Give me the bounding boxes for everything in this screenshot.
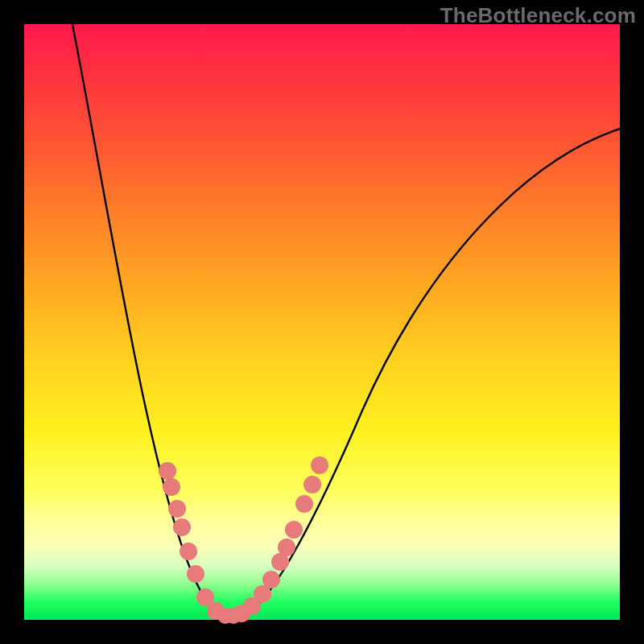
data-point-dot	[311, 456, 328, 474]
bottleneck-curve-svg	[24, 24, 620, 620]
data-point-dot	[303, 476, 321, 493]
data-point-dot	[262, 571, 280, 588]
data-point-dot	[285, 521, 303, 539]
data-point-dot	[163, 478, 180, 496]
dots-valley	[217, 608, 242, 624]
data-point-dot	[168, 500, 186, 518]
data-point-dot	[225, 608, 242, 624]
watermark-text: TheBottleneck.com	[440, 3, 636, 28]
chart-frame: TheBottleneck.com	[0, 0, 644, 644]
chart-plot-area	[24, 24, 620, 620]
data-point-dot	[187, 565, 204, 583]
data-point-dot	[180, 543, 197, 560]
bottleneck-curve	[72, 24, 620, 617]
data-point-dot	[295, 495, 313, 513]
data-point-dot	[159, 462, 176, 480]
data-point-dot	[173, 518, 191, 536]
dots-left-branch	[159, 462, 225, 620]
dots-right-branch	[233, 456, 328, 622]
data-point-dot	[278, 539, 295, 556]
